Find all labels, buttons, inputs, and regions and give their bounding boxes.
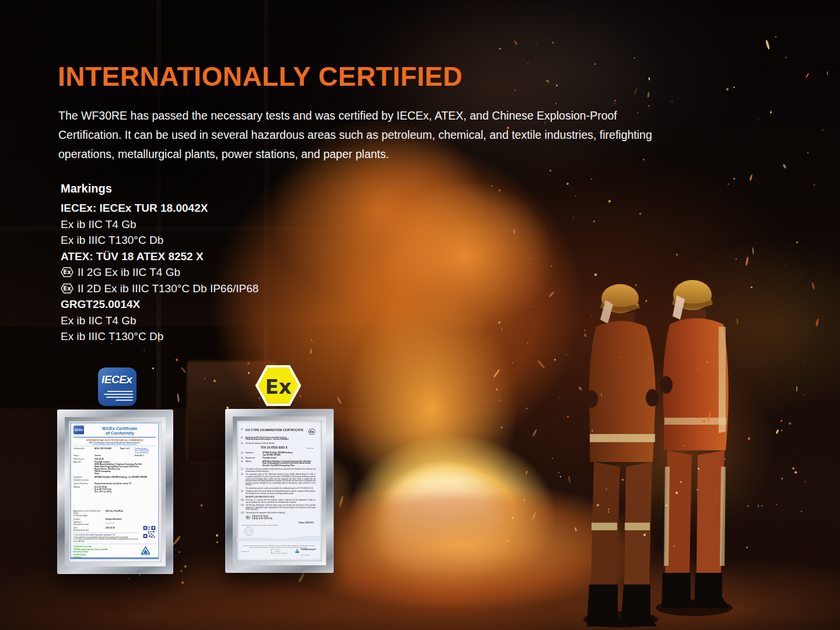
marking-line: GRGT25.0014X: [61, 296, 258, 313]
cert-signed-by: TÜV Rheinland Industrie Service GmbH (di…: [242, 524, 316, 526]
cert-notes: 1. This certificate and schedule may onl…: [74, 533, 139, 542]
ex-hexagon-icon: Ex: [61, 283, 74, 294]
dakks-logo: DAkkSDeutsche Akkreditierungsstelle: [271, 549, 287, 554]
svg-text:Ex: Ex: [310, 430, 314, 433]
cert-field-row: Status: Current Issue No: 1: [74, 454, 156, 457]
cert-signature-row: Signature: (for printed version)Yang Wan…: [74, 521, 156, 526]
svg-text:Ex: Ex: [63, 285, 71, 292]
tuv-rheinland-logo: TÜVRheinland®Precisely Right.: [295, 546, 317, 556]
marking-line: ATEX: TÜV 18 ATEX 8252 X: [61, 249, 258, 265]
markings-section: Markings IECEx: IECEx TUR 18.0042X Ex ib…: [61, 182, 258, 345]
cert-title: EU-TYPE EXAMINATION CERTIFICATE: [246, 428, 308, 432]
wave-decoration: [237, 534, 320, 541]
marking-line: Ex II 2G Ex ib IIC T4 Gb: [61, 264, 258, 281]
ex-hexagon-icon: Ex: [61, 267, 74, 278]
cert-number: TÜV 18 ATEX 8252 X Issue: 00: [241, 446, 316, 450]
svg-text:Ex: Ex: [247, 516, 250, 519]
cert-field-row: Certificate No.: IECEx TUR 18.0042X Page…: [74, 447, 156, 454]
page-title: INTERNATIONALLY CERTIFIED: [58, 61, 463, 92]
marking-line: Ex ib IIIC T130°C Db: [61, 328, 258, 345]
iecex-certificate-document: IECEx IECEx Certificate of Conformity IN…: [69, 421, 160, 561]
cert-field-row: Equipment:WF30RE Flashlight, WF30RE Head…: [74, 476, 156, 478]
iecex-logo-badge: IECEx: [98, 368, 136, 406]
cert-title: IECEx Certificate of Conformity: [84, 426, 156, 436]
cert-field-row: Type of Protection:Equipment protection …: [74, 482, 156, 485]
marking-line: Ex ib IIC T4 Gb: [61, 313, 258, 329]
marking-line: Ex ib IIC T4 Gb: [61, 216, 258, 233]
tuv-rheinland-logo: TÜVRheinland: [141, 546, 150, 556]
atex-ex-logo-badge: Ex: [255, 365, 302, 407]
atex-certificate-document: (1) EU-TYPE EXAMINATION CERTIFICATE Ex (…: [237, 421, 320, 560]
tuv-url: www.tuv.com: [241, 551, 271, 552]
qr-code: [144, 526, 156, 538]
marking-line: Ex II 2D Ex ib IIIC T130°C Db IP66/IP68: [61, 281, 258, 297]
svg-text:Ex: Ex: [63, 269, 71, 275]
ex-hexagon-icon: Ex: [308, 428, 316, 435]
marking-line: IECEx: IECEx TUR 18.0042X: [61, 200, 258, 216]
intro-paragraph: The WF30RE has passed the necessary test…: [58, 106, 668, 164]
cert-signature-row: Approved for issue on behalf of the IECE…: [74, 510, 156, 517]
svg-text:Ex: Ex: [265, 375, 291, 398]
ex-hexagon-icon: Ex: [246, 516, 250, 520]
atex-certificate-frame: (1) EU-TYPE EXAMINATION CERTIFICATE Ex (…: [225, 409, 334, 573]
svg-text:TÜVRheinland: TÜVRheinland: [141, 554, 150, 556]
iecex-certificate-frame: IECEx IECEx Certificate of Conformity IN…: [57, 410, 173, 574]
cert-marking-lines: Ex II 2G Ex ib IIC T4 Gb II 2D Ex ib III…: [246, 515, 316, 520]
cert-field-row: Optional accessory:: [74, 479, 156, 481]
cert-place-date: Cologne, 2023-09-12: [241, 522, 314, 523]
cert-field-row: Marking:Ex ib IIC T4 Gb Ex ib IIIC T130°…: [74, 485, 156, 492]
marking-line: Ex ib IIIC T130°C Db: [61, 232, 258, 249]
iecex-logo-text: IECEx: [102, 373, 136, 386]
certification-banner: INTERNATIONALLY CERTIFIED The WF30RE has…: [0, 0, 840, 630]
cert-issuer-block: Certificate issued by: TÜV Rheinland Ind…: [74, 545, 141, 558]
cert-field-row: Applicant:Fenixlight Limited 8F/9F, Bloc…: [74, 461, 156, 475]
iecex-cert-logo: IECEx: [74, 426, 84, 435]
markings-title: Markings: [61, 182, 258, 195]
cert-field-row: Date of Issue:2021-06-08: [74, 457, 156, 460]
